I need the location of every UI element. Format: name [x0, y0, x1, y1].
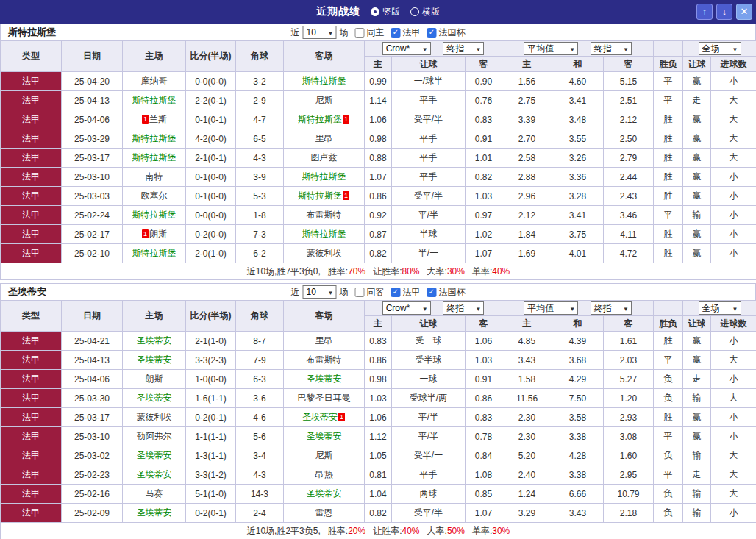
away-team-cell: 圣埃蒂安	[284, 370, 365, 389]
avg-draw-odds-cell: 3.28	[552, 187, 604, 206]
close-button[interactable]: ✕	[736, 4, 752, 20]
games-label: 场	[340, 286, 349, 299]
handicap-home-odds-cell: 1.14	[365, 91, 392, 110]
home-team-cell: 朗斯	[123, 370, 186, 389]
bookmaker-select[interactable]: Crow*	[382, 42, 431, 55]
score-cell: 0-0(0-0)	[186, 72, 236, 91]
match-row: 法甲25-02-10斯特拉斯堡2-0(1-0)6-2蒙彼利埃0.82半/一1.0…	[1, 244, 756, 263]
scroll-up-button[interactable]: ↑	[696, 4, 713, 20]
date-cell: 25-03-17	[62, 408, 123, 427]
handicap-result-cell: 赢	[683, 225, 711, 244]
home-team-cell: 圣埃蒂安	[123, 504, 186, 523]
fullmatch-scope-select[interactable]: 全场	[699, 301, 741, 315]
avg-draw-odds-cell: 3.58	[552, 408, 604, 427]
date-cell: 25-04-21	[62, 332, 123, 351]
league-cell: 法甲	[1, 446, 62, 465]
avg-final-index-select[interactable]: 终指	[591, 301, 632, 315]
fullmatch-scope-select[interactable]: 全场	[699, 42, 741, 55]
recent-count-select[interactable]: 10	[303, 26, 337, 39]
corner-cell: 6-3	[236, 370, 284, 389]
handicap-line-cell: 平手	[392, 149, 466, 168]
away-team-cell: 圣埃蒂安	[284, 427, 365, 446]
match-row: 法甲25-03-17蒙彼利埃0-2(0-1)4-6圣埃蒂安11.06平/半0.8…	[1, 408, 756, 427]
score-cell: 3-3(2-3)	[186, 351, 236, 370]
home-team-name: 斯特拉斯堡	[132, 248, 176, 258]
french-cup-checkbox[interactable]: 法国杯	[427, 286, 466, 299]
handicap-result-cell: 赢	[683, 110, 711, 129]
league-cell: 法甲	[1, 206, 62, 225]
avg-final-index-select[interactable]: 终指	[591, 42, 632, 55]
radio-unselected-icon	[410, 7, 419, 16]
matches-tbody: 法甲25-04-21圣埃蒂安2-1(1-0)8-7里昂0.83受一球1.064.…	[1, 332, 756, 523]
avg-home-odds-cell: 5.20	[502, 446, 552, 465]
score-cell: 4-2(0-0)	[186, 129, 236, 149]
league-ligue1-checkbox[interactable]: 法甲	[391, 286, 421, 299]
same-venue-checkbox[interactable]: 同主	[355, 26, 385, 39]
recent-count-select[interactable]: 10	[303, 285, 337, 299]
score-cell: 0-1(0-1)	[186, 110, 236, 129]
bookmaker-select[interactable]: Crow*	[382, 301, 431, 315]
col-header-handicap-result: 让球	[683, 57, 711, 72]
home-team-cell: 斯特拉斯堡	[123, 91, 186, 110]
handicap-result-cell: 走	[683, 91, 711, 110]
average-select[interactable]: 平均值	[524, 301, 578, 315]
home-team-name: 朗斯	[149, 229, 167, 239]
empty-header-cell	[654, 301, 683, 316]
league-cell: 法甲	[1, 351, 62, 370]
french-cup-checkbox[interactable]: 法国杯	[427, 26, 466, 39]
away-team-cell: 巴黎圣日耳曼	[284, 389, 365, 408]
games-label: 场	[340, 26, 349, 39]
home-team-cell: 圣埃蒂安	[123, 389, 186, 408]
radio-vertical-layout[interactable]: 竖版	[371, 6, 400, 18]
result-cell: 负	[654, 446, 683, 465]
score-cell: 0-0(0-0)	[186, 206, 236, 225]
away-team-cell: 蒙彼利埃	[284, 244, 365, 263]
avg-draw-odds-cell: 3.55	[552, 129, 604, 149]
away-team-cell: 布雷斯特	[284, 206, 365, 225]
result-cell: 胜	[654, 244, 683, 263]
handicap-result-cell: 输	[683, 206, 711, 225]
red-card-badge: 1	[142, 115, 149, 124]
scroll-down-button[interactable]: ↓	[716, 4, 732, 20]
col-header-date: 日期	[62, 301, 123, 332]
league-cell: 法甲	[1, 168, 62, 187]
corner-cell: 3-9	[236, 168, 284, 187]
away-team-cell: 雷恩	[284, 504, 365, 523]
league-ligue1-checkbox[interactable]: 法甲	[391, 26, 421, 39]
col-header-type: 类型	[1, 301, 62, 332]
home-team-cell: 1朗斯	[123, 225, 186, 244]
away-team-cell: 布雷斯特	[284, 351, 365, 370]
same-venue-checkbox[interactable]: 同客	[355, 286, 385, 299]
handicap-home-odds-cell: 1.03	[365, 389, 392, 408]
final-index-select[interactable]: 终指	[443, 42, 484, 55]
sub-header-home-odds: 主	[365, 57, 392, 72]
final-index-select[interactable]: 终指	[443, 301, 484, 315]
handicap-result-cell: 赢	[683, 149, 711, 168]
average-select[interactable]: 平均值	[524, 42, 578, 55]
dropdown-caret-icon	[475, 303, 481, 313]
handicap-away-odds-cell: 0.83	[466, 408, 502, 427]
result-cell: 平	[654, 206, 683, 225]
dropdown-caret-icon	[569, 303, 575, 313]
result-cell: 胜	[654, 129, 683, 149]
league-cell: 法甲	[1, 465, 62, 485]
match-row: 法甲25-03-02圣埃蒂安1-3(1-1)3-4尼斯1.05受半/一0.845…	[1, 446, 756, 465]
date-cell: 25-04-06	[62, 370, 123, 389]
avg-home-odds-cell: 1.84	[502, 225, 552, 244]
avg-home-odds-cell: 2.88	[502, 168, 552, 187]
handicap-line-cell: 平/半	[392, 408, 466, 427]
avg-away-odds-cell: 2.43	[604, 187, 654, 206]
handicap-line-cell: 平手	[392, 129, 466, 149]
avg-home-odds-cell: 2.96	[502, 187, 552, 206]
handicap-away-odds-cell: 1.06	[466, 332, 502, 351]
away-team-name: 布雷斯特	[307, 354, 342, 365]
radio-horizontal-layout[interactable]: 横版	[410, 6, 440, 18]
summary-stat-value: 70%	[348, 266, 365, 276]
handicap-home-odds-cell: 0.92	[365, 206, 392, 225]
radio-selected-icon	[371, 7, 379, 16]
handicap-line-cell: 受平/半	[392, 504, 466, 523]
avg-home-odds-cell: 3.29	[502, 504, 552, 523]
summary-stat-label: 大率:	[427, 526, 447, 536]
handicap-home-odds-cell: 1.06	[365, 110, 392, 129]
league-cell: 法甲	[1, 370, 62, 389]
